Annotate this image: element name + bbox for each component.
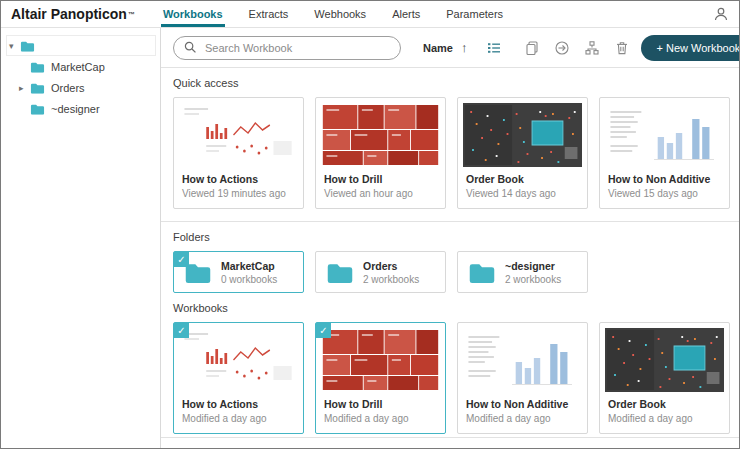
move-icon[interactable]: [551, 37, 573, 59]
search-input[interactable]: [203, 41, 390, 55]
tab-label: Parameters: [446, 8, 503, 20]
quick-access-card[interactable]: Order Book Viewed 14 days ago: [457, 97, 588, 209]
workbook-subtitle: Modified a day ago: [600, 410, 729, 424]
caret-right-icon[interactable]: ▸: [19, 83, 30, 93]
sort-by-name-button[interactable]: Name: [423, 42, 453, 54]
workbook-subtitle: Modified a day ago: [458, 410, 587, 424]
quick-access-card[interactable]: How to Non Additive Viewed 15 days ago: [599, 97, 730, 209]
folder-icon: [30, 82, 45, 94]
folder-text: ~designer 2 workbooks: [505, 260, 561, 285]
caret-down-icon[interactable]: ▾: [9, 41, 20, 51]
sidebar-item-designer[interactable]: ~designer: [1, 98, 160, 119]
workbook-thumbnail: [463, 328, 582, 392]
selected-check-badge[interactable]: ✓: [316, 323, 331, 338]
person-icon: [713, 6, 729, 22]
workbook-thumbnail: [179, 103, 298, 167]
brand-logo: Altair Panopticon™: [11, 1, 135, 27]
workbook-card-how-to-non-additive[interactable]: How to Non Additive Modified a day ago: [457, 322, 588, 434]
folders-heading: Folders: [173, 231, 727, 243]
workbook-thumbnail: [463, 103, 582, 167]
folder-icon: [326, 262, 354, 283]
folder-label: ~designer: [51, 103, 100, 115]
quick-access-row: How to Actions Viewed 19 minutes ago How…: [173, 97, 727, 209]
workbook-title: How to Actions: [174, 167, 303, 185]
folder-subtitle: 2 workbooks: [363, 274, 419, 285]
workbook-thumbnail: [605, 103, 724, 167]
folder-label: Orders: [51, 82, 85, 94]
main-nav: Workbooks Extracts Webhooks Alerts Param…: [161, 1, 505, 27]
quick-access-heading: Quick access: [173, 77, 727, 89]
search-box[interactable]: [173, 36, 401, 60]
tab-label: Webhooks: [314, 8, 366, 20]
check-icon: ✓: [177, 254, 185, 265]
main-panel: Name ↑: [161, 28, 739, 448]
quick-access-card[interactable]: How to Actions Viewed 19 minutes ago: [173, 97, 304, 209]
brand-text: Altair Panopticon: [11, 6, 127, 22]
user-account-icon[interactable]: [713, 1, 729, 27]
delete-icon[interactable]: [611, 37, 633, 59]
selected-check-badge[interactable]: ✓: [174, 252, 189, 267]
tab-workbooks[interactable]: Workbooks: [161, 1, 225, 27]
folders-row: ✓ MarketCap 0 workbooks Orders 2 workboo…: [173, 251, 727, 293]
sidebar-root-folder[interactable]: ▾: [6, 35, 156, 56]
sidebar-item-orders[interactable]: ▸ Orders: [1, 77, 160, 98]
workbook-subtitle: Viewed 19 minutes ago: [174, 185, 303, 199]
workbook-card-order-book[interactable]: Order Book Modified a day ago: [599, 322, 730, 434]
toolbar: Name ↑: [161, 28, 739, 68]
body: ▾ MarketCap ▸ Orders ~designer: [1, 28, 739, 448]
folder-icon: [468, 262, 496, 283]
copy-icon[interactable]: [521, 37, 543, 59]
top-bar: Altair Panopticon™ Workbooks Extracts We…: [1, 1, 739, 28]
folder-card-orders[interactable]: Orders 2 workbooks: [315, 251, 446, 293]
workbook-thumbnail: [179, 328, 298, 392]
workbook-subtitle: Modified a day ago: [174, 410, 303, 424]
check-icon: ✓: [177, 325, 185, 336]
folder-card-marketcap[interactable]: ✓ MarketCap 0 workbooks: [173, 251, 304, 293]
app-window: Altair Panopticon™ Workbooks Extracts We…: [0, 0, 740, 449]
folder-title: ~designer: [505, 260, 561, 272]
check-icon: ✓: [319, 325, 327, 336]
folder-icon: [30, 103, 45, 115]
section-divider: [161, 221, 739, 222]
workbook-subtitle: Viewed 14 days ago: [458, 185, 587, 199]
tab-extracts[interactable]: Extracts: [247, 1, 291, 27]
sidebar-item-marketcap[interactable]: MarketCap: [1, 56, 160, 77]
footer-divider: [161, 437, 739, 448]
workbook-title: How to Non Additive: [458, 392, 587, 410]
selected-check-badge[interactable]: ✓: [174, 323, 189, 338]
tab-webhooks[interactable]: Webhooks: [312, 1, 368, 27]
tab-label: Extracts: [249, 8, 289, 20]
workbook-card-how-to-drill[interactable]: ✓ How to Drill Modified a day ago: [315, 322, 446, 434]
folder-card-designer[interactable]: ~designer 2 workbooks: [457, 251, 588, 293]
folder-title: Orders: [363, 260, 419, 272]
workbook-subtitle: Viewed an hour ago: [316, 185, 445, 199]
workbooks-heading: Workbooks: [173, 302, 727, 314]
folder-subtitle: 0 workbooks: [221, 274, 277, 285]
tab-alerts[interactable]: Alerts: [390, 1, 422, 27]
workbook-thumbnail: [321, 328, 440, 392]
workbook-card-how-to-actions[interactable]: ✓ How to Actions Modified a day ago: [173, 322, 304, 434]
folder-text: Orders 2 workbooks: [363, 260, 419, 285]
content-area: Quick access How to Actions Viewed 19 mi…: [161, 68, 739, 437]
search-icon: [184, 41, 197, 54]
tab-label: Workbooks: [163, 8, 223, 20]
hierarchy-icon[interactable]: [581, 37, 603, 59]
folder-subtitle: 2 workbooks: [505, 274, 561, 285]
folder-text: MarketCap 0 workbooks: [221, 260, 277, 285]
sort-ascending-icon[interactable]: ↑: [461, 40, 468, 55]
list-view-icon[interactable]: [483, 37, 505, 59]
trademark-symbol: ™: [128, 11, 135, 18]
folder-tree: ▾ MarketCap ▸ Orders ~designer: [1, 28, 161, 448]
workbook-title: Order Book: [600, 392, 729, 410]
workbooks-row: ✓ How to Actions Modified a day ago ✓ Ho…: [173, 322, 727, 434]
quick-access-card[interactable]: How to Drill Viewed an hour ago: [315, 97, 446, 209]
workbook-thumbnail: [605, 328, 724, 392]
new-workbook-button[interactable]: + New Workbook: [641, 35, 740, 61]
workbook-title: How to Actions: [174, 392, 303, 410]
workbook-title: How to Non Additive: [600, 167, 729, 185]
tab-parameters[interactable]: Parameters: [444, 1, 505, 27]
workbook-title: How to Drill: [316, 392, 445, 410]
folder-icon: [30, 61, 45, 73]
workbook-subtitle: Modified a day ago: [316, 410, 445, 424]
folder-icon: [20, 40, 35, 52]
